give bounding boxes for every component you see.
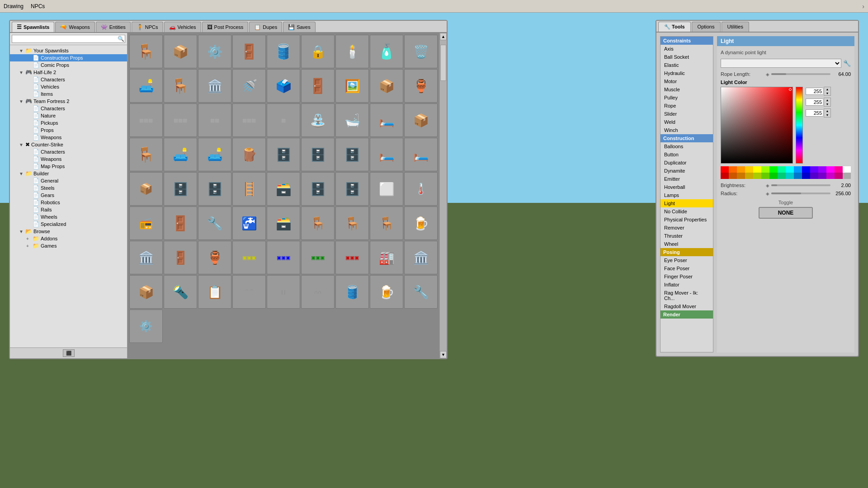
list-item[interactable]: 🏛️ bbox=[198, 69, 231, 103]
tree-cs-weapons[interactable]: 📄 Weapons bbox=[10, 155, 127, 163]
list-item[interactable]: 🚪 bbox=[164, 241, 197, 274]
constraint-pulley[interactable]: Pulley bbox=[660, 94, 713, 102]
swatch-brown-orange[interactable] bbox=[737, 173, 745, 179]
tree-builder-robotics[interactable]: 📄 Robotics bbox=[10, 199, 127, 206]
list-item[interactable]: 🚪 bbox=[164, 206, 197, 240]
construction-lamps[interactable]: Lamps bbox=[660, 191, 713, 199]
list-item[interactable]: 🌡️ bbox=[404, 172, 438, 206]
tree-builder-general[interactable]: 📄 General bbox=[10, 177, 127, 184]
list-item[interactable]: 🏛️ bbox=[129, 241, 163, 274]
constraint-slider[interactable]: Slider bbox=[660, 110, 713, 118]
hue-slider[interactable] bbox=[796, 87, 803, 164]
posing-face-poser[interactable]: Face Poser bbox=[660, 264, 713, 272]
list-item[interactable]: 🔦 bbox=[164, 275, 197, 309]
list-item[interactable]: 🗄️ bbox=[335, 172, 369, 206]
list-item[interactable]: 🚪 bbox=[232, 35, 266, 68]
swatch-indigo[interactable] bbox=[810, 173, 818, 179]
construction-emitter[interactable]: Emitter bbox=[660, 175, 713, 183]
swatch-purple[interactable] bbox=[818, 166, 826, 173]
tree-builder-wheels[interactable]: 📄 Wheels bbox=[10, 213, 127, 221]
tree-builder-steels[interactable]: 📄 Steels bbox=[10, 184, 127, 192]
brightness-track[interactable] bbox=[771, 184, 830, 186]
swatch-dark-yellow[interactable] bbox=[745, 173, 753, 179]
swatch-green[interactable] bbox=[769, 166, 778, 173]
swatch-teal-green[interactable] bbox=[778, 166, 786, 173]
list-item[interactable]: 🪑 bbox=[129, 138, 163, 171]
tree-tf2-weapons[interactable]: 📄 Weapons bbox=[10, 134, 127, 141]
posing-ragdoll-mover[interactable]: Ragdoll Mover bbox=[660, 302, 713, 310]
swatch-medium-blue[interactable] bbox=[794, 173, 802, 179]
tab-spawnlists[interactable]: ☰ Spawnlists bbox=[12, 22, 54, 32]
construction-physical-properties[interactable]: Physical Properties bbox=[660, 216, 713, 224]
swatch-gray[interactable] bbox=[843, 173, 851, 179]
list-item[interactable]: 📦 bbox=[370, 69, 403, 103]
swatch-yellow-green[interactable] bbox=[761, 166, 769, 173]
swatch-dark-cyan[interactable] bbox=[786, 173, 794, 179]
list-item[interactable]: ▣▣▣ bbox=[301, 241, 335, 274]
list-item[interactable]: 🪜 bbox=[232, 172, 266, 206]
tree-builder-rails[interactable]: 📄 Rails bbox=[10, 206, 127, 213]
constraint-rope[interactable]: Rope bbox=[660, 102, 713, 110]
list-item[interactable]: ▦▦▦ bbox=[164, 103, 197, 137]
tree-your-spawnlists[interactable]: ▼ 📁 Your Spawnlists bbox=[10, 47, 127, 54]
swatch-medium-teal[interactable] bbox=[778, 173, 786, 179]
color-r-up[interactable]: ▲ bbox=[824, 87, 830, 91]
list-item[interactable]: 🗄️ bbox=[335, 138, 369, 171]
list-item[interactable]: 📦 bbox=[129, 172, 163, 206]
swatch-blue[interactable] bbox=[802, 166, 810, 173]
construction-hoverball[interactable]: Hoverball bbox=[660, 183, 713, 191]
list-item[interactable]: 🚪 bbox=[301, 69, 335, 103]
tree-tf2-pickups[interactable]: 📄 Pickups bbox=[10, 119, 127, 127]
tab-utilities[interactable]: Utilities bbox=[722, 22, 749, 32]
posing-inflator[interactable]: Inflator bbox=[660, 281, 713, 289]
swatch-magenta[interactable] bbox=[826, 166, 835, 173]
tree-tf2-nature[interactable]: 📄 Nature bbox=[10, 112, 127, 119]
constraint-elastic[interactable]: Elastic bbox=[660, 61, 713, 69]
construction-no-collide[interactable]: No Collide bbox=[660, 207, 713, 216]
list-item[interactable]: 🏛️ bbox=[404, 241, 438, 274]
swatch-dark-magenta[interactable] bbox=[826, 173, 835, 179]
list-item[interactable]: 📻 bbox=[129, 206, 163, 240]
tree-hl2-characters[interactable]: 📄 Characters bbox=[10, 76, 127, 83]
drawing-menu[interactable]: Drawing bbox=[4, 3, 24, 9]
tab-options[interactable]: Options bbox=[692, 22, 721, 32]
posing-rag-mover-ik[interactable]: Rag Mover - Ik: Ch... bbox=[660, 289, 713, 302]
list-item[interactable]: ▣▣▣ bbox=[232, 241, 266, 274]
construction-thruster[interactable]: Thruster bbox=[660, 232, 713, 240]
scroll-down-arrow[interactable]: ▼ bbox=[440, 351, 447, 358]
tab-tools[interactable]: 🔧 Tools bbox=[658, 22, 691, 32]
list-item[interactable]: ▦▦▦ bbox=[129, 103, 163, 137]
list-item[interactable]: ⛲ bbox=[301, 103, 335, 137]
tree-builder[interactable]: ▼ 📁 Builder bbox=[10, 170, 127, 177]
color-g-input[interactable] bbox=[806, 99, 823, 106]
list-item[interactable]: 🚰 bbox=[232, 206, 266, 240]
list-item[interactable]: 📦 bbox=[404, 103, 438, 137]
search-button[interactable]: 🔍 bbox=[118, 36, 124, 42]
tree-browse-games[interactable]: + 📁 Games bbox=[10, 242, 127, 249]
list-item[interactable]: 📦 bbox=[164, 35, 197, 68]
tree-hl2-items[interactable]: 📄 Items bbox=[10, 90, 127, 98]
list-item[interactable]: 🪑 bbox=[164, 69, 197, 103]
list-item[interactable]: 🗄️ bbox=[164, 172, 197, 206]
spawnlist-action-button[interactable]: ⬛ bbox=[63, 349, 75, 357]
tab-saves[interactable]: 💾 Saves bbox=[283, 22, 316, 32]
posing-eye-poser[interactable]: Eye Poser bbox=[660, 256, 713, 264]
list-item[interactable]: 🗄️ bbox=[198, 172, 231, 206]
color-gradient-picker[interactable] bbox=[721, 87, 793, 164]
tab-vehicles[interactable]: 🚗 Vehicles bbox=[164, 22, 201, 32]
swatch-white[interactable] bbox=[843, 166, 851, 173]
swatch-cyan[interactable] bbox=[786, 166, 794, 173]
list-item[interactable]: 🛏️ bbox=[370, 103, 403, 137]
list-item[interactable]: 🖼️ bbox=[335, 69, 369, 103]
tree-hl2[interactable]: ▼ 🎮 Half-Life 2 bbox=[10, 69, 127, 76]
construction-light[interactable]: Light bbox=[660, 199, 713, 207]
list-item[interactable]: ▦ bbox=[267, 103, 300, 137]
list-item[interactable]: 🗄️ bbox=[301, 138, 335, 171]
color-r-input[interactable] bbox=[806, 88, 823, 95]
tree-builder-specialized[interactable]: 📄 Specialized bbox=[10, 221, 127, 228]
list-item[interactable]: 🕯️ bbox=[335, 35, 369, 68]
list-item[interactable]: 🏺 bbox=[198, 241, 231, 274]
list-item[interactable]: 🏭 bbox=[370, 241, 403, 274]
list-item[interactable]: 🛢️ bbox=[335, 275, 369, 309]
swatch-red[interactable] bbox=[721, 166, 729, 173]
